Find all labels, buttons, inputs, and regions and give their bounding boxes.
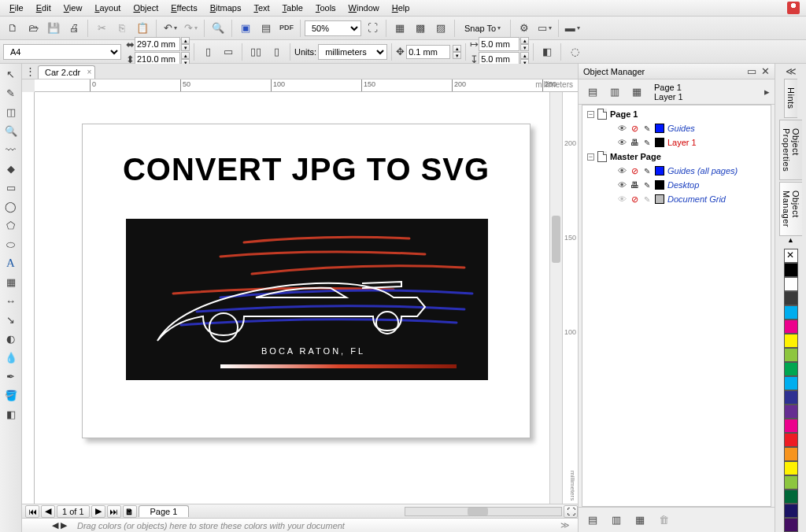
- interactive-fill-tool[interactable]: ◧: [2, 405, 20, 423]
- tree-desktop[interactable]: 👁 🖶 ✎ Desktop: [584, 178, 769, 192]
- print-disabled-icon[interactable]: ⊘: [630, 166, 639, 175]
- options-button[interactable]: ⚙: [515, 19, 534, 38]
- table-tool[interactable]: ▦: [2, 273, 20, 290]
- color-swatch[interactable]: [784, 419, 798, 433]
- last-page-button[interactable]: ⏭: [107, 505, 121, 518]
- fill-tool[interactable]: 🪣: [2, 386, 20, 404]
- add-page-button[interactable]: 🗎: [123, 505, 137, 518]
- print-icon[interactable]: 🖶: [630, 138, 639, 147]
- color-swatch[interactable]: [784, 390, 798, 405]
- color-swatch[interactable]: [784, 433, 798, 447]
- car-image[interactable]: BOCA RATON, FL: [126, 219, 488, 380]
- outline-tool[interactable]: ✒: [2, 368, 20, 385]
- new-file-button[interactable]: 🗋: [3, 19, 22, 38]
- page-width-spinner[interactable]: ▴▾: [181, 37, 190, 51]
- menu-layout[interactable]: Layout: [88, 2, 127, 14]
- copy-button[interactable]: ⎘: [113, 19, 131, 38]
- print-disabled-icon[interactable]: ⊘: [630, 124, 639, 133]
- page-tab[interactable]: Page 1: [139, 505, 190, 517]
- cut-button[interactable]: ✂: [92, 19, 111, 38]
- prev-page-button[interactable]: ◀: [41, 505, 55, 518]
- snap-to-dropdown[interactable]: Snap To▾: [459, 19, 506, 38]
- color-swatch[interactable]: [784, 475, 798, 490]
- document-tab[interactable]: Car 2.cdr×: [38, 65, 95, 79]
- current-page-button[interactable]: ▯: [267, 42, 286, 61]
- visible-icon[interactable]: 👁: [617, 124, 627, 133]
- collapse-icon[interactable]: −: [587, 111, 594, 118]
- editable-dim-icon[interactable]: ✎: [642, 194, 652, 204]
- show-grid-button[interactable]: ▩: [411, 19, 430, 38]
- edit-across-layers-button[interactable]: ▥: [605, 83, 624, 102]
- layer-color-swatch[interactable]: [655, 124, 664, 133]
- layer-color-swatch[interactable]: [655, 194, 664, 204]
- shape-tool[interactable]: ✎: [2, 84, 20, 102]
- horizontal-ruler[interactable]: millimeters 050100150200250: [35, 79, 578, 92]
- palette-up-arrow[interactable]: ▲: [787, 236, 794, 244]
- user-account-icon[interactable]: [787, 2, 800, 14]
- menu-help[interactable]: Help: [386, 2, 416, 14]
- print-disabled-icon[interactable]: ⊘: [630, 194, 639, 204]
- color-swatch[interactable]: [784, 447, 798, 461]
- page-width-input[interactable]: [135, 37, 180, 51]
- horizontal-scrollbar[interactable]: [405, 507, 562, 516]
- portrait-button[interactable]: ▯: [198, 42, 217, 61]
- tree-layer1[interactable]: 👁 🖶 ✎ Layer 1: [584, 135, 769, 150]
- zoom-nav-button[interactable]: ⛶: [564, 505, 578, 518]
- color-swatch[interactable]: [784, 461, 798, 475]
- units-combo[interactable]: millimeters: [318, 44, 387, 60]
- tab-handle[interactable]: ⋮: [22, 63, 38, 79]
- menu-view[interactable]: View: [57, 2, 89, 14]
- show-rulers-button[interactable]: ▦: [390, 19, 409, 38]
- docker-title-bar[interactable]: Object Manager ▭ ✕: [579, 64, 775, 79]
- visible-icon[interactable]: 👁: [617, 138, 627, 147]
- menu-tools[interactable]: Tools: [309, 2, 342, 14]
- visible-icon[interactable]: 👁: [617, 166, 627, 175]
- full-screen-button[interactable]: ⛶: [363, 19, 382, 38]
- new-layer-button[interactable]: ▤: [583, 511, 602, 530]
- tree-page1[interactable]: − Page 1: [584, 107, 769, 121]
- docker-collapse-icon[interactable]: ▭: [747, 66, 756, 76]
- color-swatch[interactable]: [784, 334, 798, 348]
- tree-document-grid[interactable]: 👁 ⊘ ✎ Document Grid: [584, 192, 769, 206]
- color-swatch[interactable]: [784, 376, 798, 390]
- expand-dockers-button[interactable]: ≪: [784, 65, 798, 77]
- menu-file[interactable]: File: [3, 2, 30, 14]
- palette-nav-arrows[interactable]: ◀ ▶: [52, 520, 67, 530]
- visible-dim-icon[interactable]: 👁: [617, 194, 627, 204]
- crop-tool[interactable]: ◫: [2, 103, 20, 120]
- undo-button[interactable]: ↶▾: [161, 19, 179, 38]
- menu-effects[interactable]: Effects: [165, 2, 203, 14]
- hints-tab[interactable]: Hints: [784, 79, 797, 118]
- menu-object[interactable]: Object: [127, 2, 165, 14]
- dup-x-spinner[interactable]: ▴▾: [520, 37, 529, 51]
- color-swatch[interactable]: [784, 305, 798, 320]
- color-swatch[interactable]: [784, 518, 798, 532]
- zoom-combo[interactable]: 50%: [305, 20, 361, 36]
- basic-shapes-tool[interactable]: ⬭: [2, 235, 20, 253]
- menu-edit[interactable]: Edit: [30, 2, 57, 14]
- tree-master-page[interactable]: − Master Page: [584, 150, 769, 164]
- import-button[interactable]: ▣: [236, 19, 255, 38]
- paste-button[interactable]: 📋: [133, 19, 152, 38]
- layer-manager-view-button[interactable]: ▦: [627, 83, 646, 102]
- save-button[interactable]: 💾: [44, 19, 63, 38]
- smart-fill-tool[interactable]: ◆: [2, 160, 20, 177]
- headline-text[interactable]: CONVERT JPG TO SVG: [83, 152, 530, 187]
- tree-guides[interactable]: 👁 ⊘ ✎ Guides: [584, 121, 769, 135]
- connector-tool[interactable]: ↘: [2, 311, 20, 328]
- menu-table[interactable]: Table: [276, 2, 309, 14]
- first-page-button[interactable]: ⏮: [25, 505, 39, 518]
- color-swatch[interactable]: [784, 263, 798, 277]
- nudge-spinner[interactable]: ▴▾: [453, 45, 461, 59]
- open-file-button[interactable]: 🗁: [24, 19, 43, 38]
- object-tree[interactable]: − Page 1 👁 ⊘ ✎ Guides 👁 🖶 ✎ Layer 1: [582, 105, 771, 507]
- treat-as-filled-button[interactable]: ◧: [538, 42, 556, 61]
- docker-close-icon[interactable]: ✕: [761, 66, 770, 76]
- visible-icon[interactable]: 👁: [617, 180, 627, 190]
- color-swatch[interactable]: [784, 348, 798, 362]
- show-guides-button[interactable]: ▨: [431, 19, 450, 38]
- canvas-viewport[interactable]: CONVERT JPG TO SVG: [35, 92, 549, 504]
- no-color-swatch[interactable]: [784, 249, 798, 263]
- color-swatch[interactable]: [784, 277, 798, 291]
- editable-icon[interactable]: ✎: [642, 124, 652, 133]
